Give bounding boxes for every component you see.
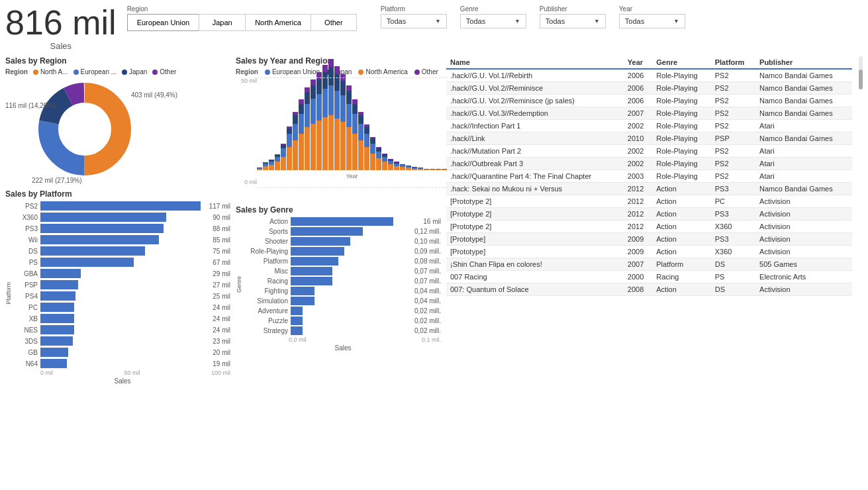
year-legend-eu: European Union xyxy=(265,68,320,75)
region-btn-na[interactable]: North America xyxy=(245,14,311,31)
table-row[interactable]: .hack//Infection Part 1 2002 Role-Playin… xyxy=(446,120,852,132)
stacked-bar[interactable] xyxy=(269,160,274,170)
stacked-bar[interactable] xyxy=(305,87,310,170)
genre-bar-value: 0,07 mill. xyxy=(414,268,441,275)
bar-na xyxy=(293,140,298,170)
stacked-bar[interactable] xyxy=(430,169,435,170)
cell-publisher: Electronic Arts xyxy=(755,271,852,283)
platform-bar-row: PS 67 mil xyxy=(15,258,230,267)
bar-eu xyxy=(311,99,316,124)
bar-eu xyxy=(340,95,346,122)
table-row[interactable]: [Prototype] 2009 Action X360 Activision xyxy=(446,246,852,258)
col-name[interactable]: Name xyxy=(446,56,624,69)
table-row[interactable]: .hack//G.U. Vol.2//Reminisce (jp sales) … xyxy=(446,95,852,107)
stacked-bar[interactable] xyxy=(358,112,363,170)
table-row[interactable]: .hack//G.U. Vol.1//Rebirth 2006 Role-Pla… xyxy=(446,69,852,82)
platform-filter-select[interactable]: Todas ▼ xyxy=(381,14,447,28)
stacked-chart-area: 50 mil 0 mil xyxy=(236,77,441,200)
col-platform[interactable]: Platform xyxy=(711,56,755,69)
stacked-bar[interactable] xyxy=(322,65,328,170)
col-year[interactable]: Year xyxy=(624,56,652,69)
year-filter-select[interactable]: Todas ▼ xyxy=(619,14,685,28)
stacked-bar[interactable] xyxy=(394,162,399,170)
stacked-bar[interactable] xyxy=(352,99,358,170)
table-row[interactable]: .hack//G.U. Vol.2//Reminisce 2006 Role-P… xyxy=(446,82,852,95)
stacked-bar[interactable] xyxy=(376,147,381,170)
stacked-bar[interactable] xyxy=(418,168,423,170)
stacked-bar[interactable] xyxy=(346,85,352,170)
table-row[interactable]: .hack//Outbreak Part 3 2002 Role-Playing… xyxy=(446,158,852,170)
genre-bar-value: 0,12 mill. xyxy=(414,228,441,235)
cell-genre: Role-Playing xyxy=(652,82,710,95)
stacked-bar[interactable] xyxy=(406,166,411,170)
region-btn-eu[interactable]: European Union xyxy=(127,14,199,31)
stacked-bar[interactable] xyxy=(334,66,340,170)
table-row[interactable]: 007: Quantum of Solace 2008 Action DS Ac… xyxy=(446,283,852,296)
stacked-bar[interactable] xyxy=(388,159,393,170)
stacked-bar[interactable] xyxy=(400,164,405,170)
stacked-bar[interactable] xyxy=(328,59,334,170)
scrollbar-track[interactable] xyxy=(859,56,863,89)
table-container[interactable]: Name Year Genre Platform Publisher .hack… xyxy=(446,56,852,485)
cell-publisher: Atari xyxy=(755,170,852,183)
stacked-bar[interactable] xyxy=(281,144,286,170)
region-btn-other[interactable]: Other xyxy=(311,14,357,31)
stacked-bar[interactable] xyxy=(275,154,280,170)
stacked-bar[interactable] xyxy=(293,112,298,170)
cell-genre: Action xyxy=(652,283,710,296)
stacked-bar[interactable] xyxy=(287,126,292,170)
col-genre[interactable]: Genre xyxy=(652,56,710,69)
cell-name: .hack//Outbreak Part 3 xyxy=(446,158,624,170)
stacked-bar[interactable] xyxy=(370,137,375,170)
genre-bar-label: Adventure xyxy=(245,307,288,315)
genre-bar-label: Role-Playing xyxy=(245,248,288,255)
stacked-bar[interactable] xyxy=(382,154,387,170)
platform-bar-label: N64 xyxy=(15,360,38,368)
platform-bar-row: DS 75 mil xyxy=(15,246,230,256)
table-row[interactable]: [Prototype 2] 2012 Action PS3 Activision xyxy=(446,208,852,220)
table-row[interactable]: .hack: Sekai no Mukou ni + Versus 2012 A… xyxy=(446,183,852,195)
stacked-bar[interactable] xyxy=(257,168,262,170)
genre-bar-track xyxy=(291,217,419,226)
stacked-bar[interactable] xyxy=(436,169,441,170)
table-row[interactable]: [Prototype 2] 2012 Action X360 Activisio… xyxy=(446,220,852,233)
genre-filter-select[interactable]: Todas ▼ xyxy=(460,14,526,28)
table-row[interactable]: 007 Racing 2000 Racing PS Electronic Art… xyxy=(446,271,852,283)
platform-bar-track xyxy=(40,213,208,222)
cell-publisher: Namco Bandai Games xyxy=(755,82,852,95)
table-row[interactable]: .hack//Mutation Part 2 2002 Role-Playing… xyxy=(446,145,852,158)
genre-bar-fill xyxy=(291,277,332,285)
stacked-bar[interactable] xyxy=(340,74,346,170)
table-row[interactable]: .hack//Quarantine Part 4: The Final Chap… xyxy=(446,170,852,183)
cell-publisher: Namco Bandai Games xyxy=(755,69,852,82)
scrollbar-thumb[interactable] xyxy=(859,70,863,89)
genre-bar-label: Strategy xyxy=(245,327,288,334)
bar-eu xyxy=(352,114,358,134)
publisher-filter-select[interactable]: Todas ▼ xyxy=(540,14,606,28)
year-y-axis: 50 mil 0 mil xyxy=(236,77,257,200)
bar-ot xyxy=(311,79,316,85)
table-row[interactable]: [Prototype 2] 2012 Action PC Activision xyxy=(446,195,852,208)
table-row[interactable]: [Prototype] 2009 Action PS3 Activision xyxy=(446,233,852,246)
table-row[interactable]: ¡Shin Chan Flipa en colores! 2007 Platfo… xyxy=(446,258,852,271)
stacked-bar[interactable] xyxy=(299,99,304,170)
table-row[interactable]: .hack//Link 2010 Role-Playing PSP Namco … xyxy=(446,132,852,145)
stacked-bar[interactable] xyxy=(311,79,316,170)
platform-bar-row: PS3 88 mil xyxy=(15,224,230,233)
genre-bar-row: Strategy 0,02 mill. xyxy=(245,326,441,335)
stacked-bar[interactable] xyxy=(316,72,322,170)
stacked-bar[interactable] xyxy=(412,167,417,170)
table-row[interactable]: .hack//G.U. Vol.3//Redemption 2007 Role-… xyxy=(446,107,852,120)
cell-publisher: Activision xyxy=(755,208,852,220)
region-btn-japan[interactable]: Japan xyxy=(199,14,245,31)
stacked-bar[interactable] xyxy=(263,162,268,170)
platform-bar-track xyxy=(40,348,208,357)
stacked-bar[interactable] xyxy=(424,169,429,170)
stacked-bar[interactable] xyxy=(442,169,447,170)
platform-bar-track xyxy=(40,258,208,267)
col-publisher[interactable]: Publisher xyxy=(755,56,852,69)
stacked-bar[interactable] xyxy=(364,124,369,170)
cell-genre: Action xyxy=(652,220,710,233)
platform-bar-value: 24 mil xyxy=(213,315,230,322)
bar-jp xyxy=(340,81,346,96)
